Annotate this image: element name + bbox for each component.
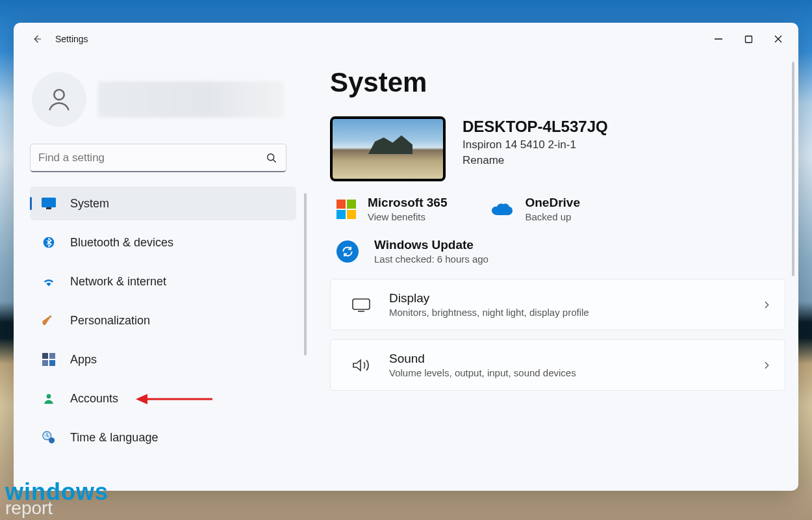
page-title: System (330, 67, 785, 98)
wifi-icon (42, 274, 56, 289)
card-subtitle: Volume levels, output, input, sound devi… (389, 367, 576, 378)
update-sync-icon (336, 240, 359, 263)
sidebar-item-system[interactable]: System (30, 187, 296, 220)
svg-point-12 (49, 437, 55, 443)
device-model: Inspiron 14 5410 2-in-1 (463, 138, 608, 151)
sidebar-item-personalization[interactable]: Personalization (30, 304, 296, 337)
settings-sound-card[interactable]: Sound Volume levels, output, input, soun… (330, 339, 785, 391)
sidebar-item-label: Time & language (70, 431, 158, 445)
svg-point-1 (54, 90, 64, 99)
back-arrow-icon (31, 33, 43, 45)
sidebar: System Bluetooth & devices Network & int… (14, 55, 303, 491)
settings-display-card[interactable]: Display Monitors, brightness, night ligh… (330, 279, 785, 330)
svg-point-10 (47, 394, 51, 398)
sidebar-item-label: System (70, 197, 109, 211)
title-bar: Settings (14, 23, 798, 55)
device-wallpaper-thumbnail (330, 116, 446, 181)
card-title: Sound (389, 352, 576, 366)
maximize-button[interactable] (733, 27, 763, 51)
card-title: OneDrive (525, 196, 579, 210)
sound-icon (350, 358, 372, 373)
card-title: Display (389, 291, 589, 306)
sidebar-item-label: Personalization (70, 314, 150, 328)
svg-rect-7 (49, 353, 55, 359)
apps-icon (42, 352, 56, 367)
sidebar-item-bluetooth[interactable]: Bluetooth & devices (30, 226, 296, 259)
close-button[interactable] (763, 27, 793, 51)
svg-rect-15 (353, 299, 370, 309)
svg-rect-8 (42, 360, 48, 366)
paintbrush-icon (42, 313, 56, 328)
clock-globe-icon (42, 430, 56, 445)
microsoft-365-card[interactable]: Microsoft 365 View benefits (336, 196, 447, 222)
onedrive-card[interactable]: OneDrive Backed up (491, 196, 579, 222)
search-icon (265, 151, 278, 164)
sidebar-item-label: Apps (70, 353, 97, 367)
main-pane: System DESKTOP-4L537JQ Inspiron 14 5410 … (303, 55, 798, 491)
sidebar-item-accounts[interactable]: Accounts (30, 382, 296, 415)
windows-update-card[interactable]: Windows Update Last checked: 6 hours ago (330, 234, 785, 279)
sidebar-item-label: Accounts (70, 392, 118, 406)
profile-block[interactable] (14, 68, 303, 144)
svg-rect-3 (42, 198, 56, 207)
sidebar-item-label: Network & internet (70, 275, 166, 289)
sidebar-item-network[interactable]: Network & internet (30, 265, 296, 298)
card-subtitle: Last checked: 6 hours ago (374, 254, 488, 265)
display-monitor-icon (42, 196, 56, 211)
svg-rect-6 (42, 353, 48, 359)
device-name: DESKTOP-4L537JQ (463, 118, 608, 136)
svg-rect-9 (49, 360, 55, 366)
minimize-icon (714, 34, 723, 44)
minimize-button[interactable] (704, 27, 733, 51)
display-icon (350, 297, 372, 313)
card-subtitle: Monitors, brightness, night light, displ… (389, 307, 589, 318)
sidebar-item-time-language[interactable]: Time & language (30, 421, 296, 454)
window-title: Settings (55, 34, 88, 44)
svg-rect-4 (46, 207, 51, 209)
sidebar-item-label: Bluetooth & devices (70, 236, 173, 250)
device-summary: DESKTOP-4L537JQ Inspiron 14 5410 2-in-1 … (330, 116, 785, 181)
svg-rect-0 (745, 36, 752, 42)
card-subtitle: Backed up (525, 211, 579, 222)
bluetooth-icon (42, 235, 56, 250)
person-icon (45, 85, 73, 114)
settings-window: Settings (14, 23, 798, 491)
search-input[interactable] (38, 151, 265, 164)
avatar (32, 72, 86, 127)
maximize-icon (744, 35, 753, 44)
rename-link[interactable]: Rename (463, 154, 608, 167)
close-icon (774, 34, 783, 44)
chevron-right-icon (761, 360, 772, 370)
microsoft-logo-icon (336, 200, 356, 219)
card-title: Microsoft 365 (368, 196, 447, 210)
main-scrollbar[interactable] (792, 62, 794, 276)
accounts-icon (42, 391, 56, 406)
chevron-right-icon (761, 300, 772, 310)
profile-name-redacted (98, 81, 283, 118)
onedrive-icon (491, 202, 513, 216)
nav-list: System Bluetooth & devices Network & int… (14, 187, 303, 454)
card-subtitle: View benefits (368, 211, 447, 222)
card-title: Windows Update (374, 238, 488, 252)
search-box[interactable] (30, 144, 286, 172)
svg-point-2 (268, 153, 274, 160)
back-button[interactable] (25, 27, 49, 51)
sidebar-item-apps[interactable]: Apps (30, 343, 296, 376)
